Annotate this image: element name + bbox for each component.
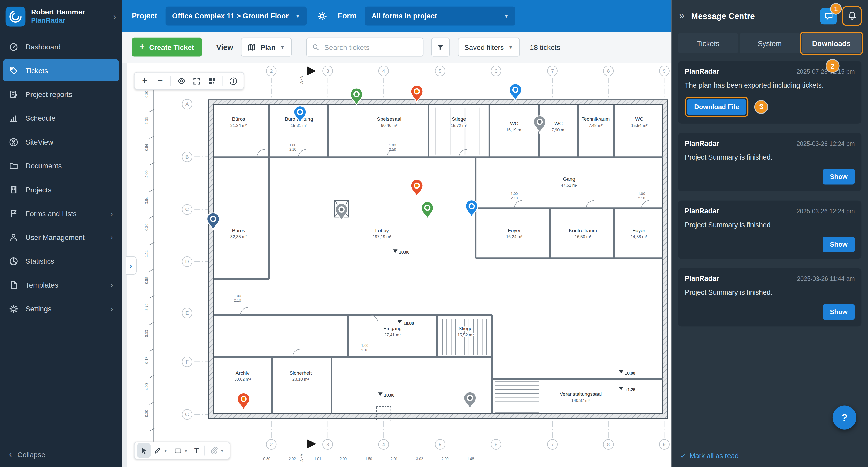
view-label: View [216,43,233,51]
sidebar-item-templates[interactable]: Templates › [3,274,119,296]
notifications-bell-button[interactable] [844,7,860,24]
project-topbar: Project Office Complex 11 > Ground Floor… [122,0,672,32]
sidebar-item-dashboard[interactable]: Dashboard [3,35,119,58]
svg-text:B: B [185,154,189,159]
sidebar-header[interactable]: Robert Hammer PlanRadar › [0,0,122,32]
chevron-right-icon: › [110,304,113,313]
show-button[interactable]: Show [823,236,855,252]
chevron-down-icon: ▼ [508,44,513,50]
text-tool[interactable]: T [191,443,202,458]
folder-icon [9,161,18,170]
pen-tool[interactable]: ▼ [151,443,170,458]
svg-text:6: 6 [495,442,498,447]
project-label: Project [132,12,157,20]
form-selector[interactable]: All forms in project ▼ [365,6,516,25]
svg-text:15,72 m²: 15,72 m² [451,123,467,128]
help-button[interactable]: ? [833,406,857,430]
chevron-left-icon: ‹ [9,449,11,460]
message-tabs: Tickets System Downloads [672,33,868,53]
template-doc-icon [9,280,18,289]
filter-button[interactable] [431,38,450,57]
sidebar-item-user-management[interactable]: User Management › [3,226,119,248]
sidebar-item-documents[interactable]: Documents [3,155,119,177]
plus-icon: + [140,42,145,52]
svg-text:2: 2 [270,442,273,447]
show-button[interactable]: Show [823,304,855,319]
notification-sender: PlanRadar [685,140,719,147]
svg-text:4.00: 4.00 [145,383,149,390]
zoom-out-button[interactable]: − [153,74,168,88]
saved-filters-selector[interactable]: Saved filters ▼ [458,38,520,57]
sidebar-item-forms-and-lists[interactable]: Forms and Lists › [3,202,119,225]
show-button[interactable]: Show [823,169,855,184]
svg-text:1.00: 1.00 [638,192,645,196]
tab-system[interactable]: System [740,33,800,53]
search-tickets-box[interactable] [306,38,423,57]
message-centre-icon-button[interactable]: 1 [820,7,837,24]
qr-scan-button[interactable] [205,74,220,88]
collapse-panel-icon[interactable]: » [679,10,684,22]
svg-text:90,46 m²: 90,46 m² [381,123,398,128]
plan-panel-expand-handle[interactable]: › [126,256,137,275]
project-selector[interactable]: Office Complex 11 > Ground Floor ▼ [165,6,307,25]
svg-text:32,35 m²: 32,35 m² [230,234,247,239]
svg-text:1.00: 1.00 [389,143,396,147]
sidebar-item-projects[interactable]: Projects [3,178,119,201]
sidebar-collapse-button[interactable]: ‹ Collapse [0,442,122,467]
plan-map-icon [247,43,256,51]
mark-all-read-button[interactable]: ✓ Mark all as read [672,444,868,467]
svg-text:Speisesaal: Speisesaal [377,116,401,122]
svg-text:7: 7 [551,442,554,447]
notification-body: Project Summary is finished. [685,153,855,162]
create-ticket-button[interactable]: + Create Ticket [132,38,202,57]
tab-tickets[interactable]: Tickets [678,33,738,53]
svg-text:3.02: 3.02 [416,457,423,461]
zoom-in-button[interactable]: + [137,74,152,88]
search-tickets-input[interactable] [323,42,417,52]
dashboard-icon [9,42,18,51]
svg-text:2.10: 2.10 [289,147,296,151]
sidebar-item-label: Schedule [26,114,56,122]
sidebar-item-tickets[interactable]: Tickets [3,59,119,82]
chevron-down-icon: ▼ [220,448,224,453]
ticket-pin-blue[interactable] [509,84,521,101]
sidebar-expand-icon[interactable]: › [114,12,116,22]
header-actions: 1 [820,7,860,24]
sidebar-item-siteview[interactable]: SiteView [3,131,119,153]
info-button[interactable] [226,74,241,88]
project-settings-button[interactable] [317,11,327,21]
shape-tool[interactable]: ▼ [171,443,191,458]
building-icon [9,185,18,194]
svg-text:0.30: 0.30 [263,457,270,461]
notification-timestamp: 2025-03-26 11:44 am [797,275,855,282]
svg-text:2.10: 2.10 [511,196,518,200]
unread-badge: 1 [831,4,841,14]
svg-text:27,41 m²: 27,41 m² [384,332,401,337]
sidebar-item-project-reports[interactable]: Project reports [3,83,119,105]
svg-text:2.10: 2.10 [389,147,396,151]
grid-row-bubbles: A B C D E F G [182,99,192,420]
bottom-dimensions: 0.30 2.02 1.01 2.00 1.50 2.01 3.02 2.00 … [263,457,474,461]
svg-text:2.10: 2.10 [638,196,645,200]
sidebar-item-schedule[interactable]: Schedule [3,107,119,129]
view-mode-selector[interactable]: Plan ▼ [241,38,292,57]
message-centre-header: » Message Centre 1 [672,0,868,32]
sidebar-item-statistics[interactable]: Statistics [3,250,119,272]
notification-card: PlanRadar 2025-03-26 11:44 am Project Su… [678,268,861,326]
sidebar-item-settings[interactable]: Settings › [3,298,119,320]
fullscreen-button[interactable] [189,74,204,88]
svg-text:16,50 m²: 16,50 m² [575,234,591,239]
attachment-tool[interactable]: ▼ [208,443,227,458]
visibility-eye-button[interactable] [174,74,189,88]
notification-list: PlanRadar 2025-07-28 02:15 pm The plan h… [672,53,868,444]
svg-text:2.01: 2.01 [391,457,398,461]
svg-text:9: 9 [663,442,666,447]
floor-plan[interactable]: 0.30 2.33 0.84 4.00 0.84 0.30 4.14 0.98 … [127,63,672,467]
plan-viewport[interactable]: › 0.30 2.33 [122,63,672,467]
chevron-right-icon: › [110,233,113,241]
svg-text:1.48: 1.48 [467,457,474,461]
tab-downloads[interactable]: Downloads [801,33,861,53]
download-file-button[interactable]: Download File [687,99,746,115]
sidebar-item-label: User Management [26,233,85,241]
select-cursor-tool[interactable] [137,443,150,458]
